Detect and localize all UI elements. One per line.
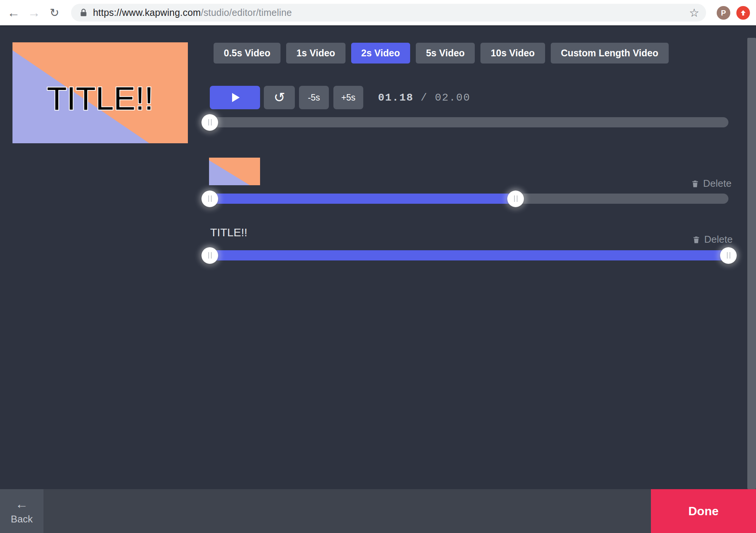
total-time: 02.00 <box>435 92 470 104</box>
duration-10s-button[interactable]: 10s Video <box>480 43 545 64</box>
grip-lines <box>727 252 730 259</box>
back-arrow-icon: ← <box>15 497 28 510</box>
current-time: 01.18 <box>378 92 414 104</box>
url-host: https://www.kapwing.com <box>93 7 201 18</box>
delete-text-button[interactable]: Delete <box>692 234 733 245</box>
trash-icon <box>691 179 699 189</box>
delete-clip-button[interactable]: Delete <box>691 178 731 189</box>
clip-trim-end-handle[interactable] <box>507 191 524 207</box>
time-display: 01.18 / 02.00 <box>378 92 470 104</box>
play-icon <box>232 93 240 102</box>
seek-handle[interactable] <box>201 114 218 131</box>
grip-lines <box>208 195 212 202</box>
preview-title-text: TITLE!! <box>47 80 153 116</box>
time-separator: / <box>421 92 428 104</box>
rewind-5s-button[interactable]: -5s <box>299 86 329 109</box>
duration-5s-button[interactable]: 5s Video <box>416 43 475 64</box>
url-text: https://www.kapwing.com/studio/editor/ti… <box>93 7 292 18</box>
duration-1s-button[interactable]: 1s Video <box>286 43 345 64</box>
clip-trim-fill <box>210 194 516 204</box>
playback-controls: ↺ -5s +5s 01.18 / 02.00 <box>210 86 470 109</box>
bottom-bar: ← Back Done <box>0 489 756 533</box>
delete-clip-label: Delete <box>703 178 731 189</box>
duration-options: 0.5s Video 1s Video 2s Video 5s Video 10… <box>214 43 669 64</box>
grip-lines <box>208 252 212 259</box>
clip-trim-start-handle[interactable] <box>201 191 218 207</box>
preview-canvas: TITLE!! <box>12 42 188 143</box>
seek-track[interactable] <box>210 117 728 127</box>
duration-2s-button[interactable]: 2s Video <box>351 43 410 64</box>
text-trim-end-handle[interactable] <box>720 247 737 264</box>
text-trim-fill <box>210 250 728 260</box>
play-button[interactable] <box>210 86 260 109</box>
forward-5s-button[interactable]: +5s <box>333 86 363 109</box>
extension-upload-icon[interactable] <box>736 6 750 20</box>
restart-button[interactable]: ↺ <box>264 86 295 109</box>
grip-lines <box>208 119 212 126</box>
bookmark-star-icon[interactable]: ☆ <box>689 7 699 19</box>
replay-icon: ↺ <box>274 91 285 104</box>
text-trim-slider <box>210 250 728 260</box>
clip-trim-slider <box>210 194 728 204</box>
browser-forward-icon[interactable]: → <box>26 0 42 25</box>
grip-lines <box>514 195 517 202</box>
back-label: Back <box>11 513 33 525</box>
profile-avatar[interactable]: P <box>717 6 730 20</box>
video-preview: TITLE!! <box>12 42 188 143</box>
url-path: /studio/editor/timeline <box>201 7 292 18</box>
browser-reload-icon[interactable]: ↻ <box>46 0 63 25</box>
trash-icon <box>692 235 700 245</box>
browser-toolbar: ← → ↻ https://www.kapwing.com/studio/edi… <box>0 0 756 25</box>
seek-slider <box>210 117 728 127</box>
text-layer-label: TITLE!! <box>210 226 247 239</box>
timeline-editor: TITLE!! 0.5s Video 1s Video 2s Video 5s … <box>0 25 756 489</box>
lock-icon <box>79 8 88 18</box>
browser-window: ← → ↻ https://www.kapwing.com/studio/edi… <box>0 0 756 533</box>
clip-thumbnail[interactable] <box>209 158 260 185</box>
back-button[interactable]: ← Back <box>0 489 43 533</box>
done-button[interactable]: Done <box>651 489 756 533</box>
page-scrollbar[interactable] <box>747 38 756 489</box>
duration-0-5s-button[interactable]: 0.5s Video <box>214 43 280 64</box>
browser-back-icon[interactable]: ← <box>5 0 22 25</box>
text-trim-start-handle[interactable] <box>201 247 218 264</box>
delete-text-label: Delete <box>704 234 733 245</box>
url-bar[interactable]: https://www.kapwing.com/studio/editor/ti… <box>71 4 706 22</box>
duration-custom-button[interactable]: Custom Length Video <box>551 43 669 64</box>
